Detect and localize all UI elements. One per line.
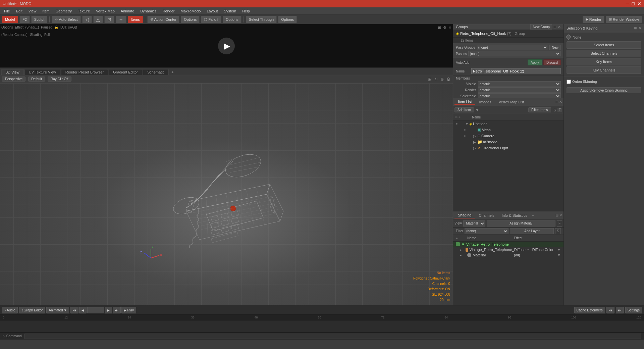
audio-btn[interactable]: ♪ Audio xyxy=(2,307,18,313)
groups-expand-icon[interactable]: ⊞ xyxy=(553,25,556,29)
key-items-btn[interactable]: Key Items xyxy=(567,58,641,65)
list-item[interactable]: ● ▣ Mesh xyxy=(453,127,564,133)
key-channels-btn[interactable]: Key Channels xyxy=(567,66,641,74)
item-list-close-icon[interactable]: ✕ xyxy=(559,100,562,104)
timeline-content[interactable] xyxy=(0,320,644,332)
texture-effect-arrow[interactable]: ▼ xyxy=(557,248,561,252)
options-btn-2[interactable]: Options xyxy=(223,16,241,23)
minimize-btn[interactable]: ─ xyxy=(626,1,629,6)
list-item[interactable]: ● ▷ ⊙ Camera xyxy=(453,133,564,139)
menu-geometry[interactable]: Geometry xyxy=(53,8,74,14)
tab-render-preset[interactable]: Render Preset Browser xyxy=(61,69,108,75)
viewport-expand-icon[interactable]: ⊞ xyxy=(428,77,432,82)
shading-tab-add[interactable]: + xyxy=(532,213,534,217)
expand-scene-icon[interactable] xyxy=(465,122,469,126)
close-preview-icon[interactable]: ✕ xyxy=(448,26,451,30)
close-btn[interactable]: ✕ xyxy=(637,1,641,6)
render-select[interactable]: default xyxy=(478,87,561,93)
auto-select-btn[interactable]: ⊹ Auto Select xyxy=(52,16,80,23)
render-window-btn[interactable]: ⊞ Render Window xyxy=(606,16,642,23)
shader-group-expand[interactable]: ▼ xyxy=(461,242,465,246)
3d-viewport[interactable]: X Y Z No Items Polygons : Catmull-Clark … xyxy=(0,83,453,305)
menu-render[interactable]: Render xyxy=(160,8,177,14)
new-group-btn[interactable]: New Group xyxy=(530,24,552,30)
tab-schematic[interactable]: Schematic xyxy=(143,69,169,75)
timeline-ruler[interactable]: 0 12 24 36 48 60 72 84 96 108 120 xyxy=(0,314,644,320)
list-item[interactable]: ▷ ☀ Directional Light xyxy=(453,145,564,151)
transport-start-btn[interactable]: ⏮ xyxy=(70,307,78,313)
falloff-btn[interactable]: ◎ Falloff xyxy=(201,16,221,23)
tab-images[interactable]: Images xyxy=(476,99,495,105)
menu-maxtomodo[interactable]: MaxToModo xyxy=(178,8,204,14)
mode-model-btn[interactable]: Model xyxy=(2,16,18,23)
tab-uv-texture[interactable]: UV Texture View xyxy=(24,69,60,75)
onion-skinning-checkbox[interactable] xyxy=(567,80,571,84)
eye-icon[interactable]: ● xyxy=(463,128,467,132)
menu-system[interactable]: System xyxy=(221,8,239,14)
prop-close-icon[interactable]: ✕ xyxy=(638,26,641,30)
item-list-expand-icon[interactable]: ⊞ xyxy=(555,100,558,104)
transport-end-btn[interactable]: ⏭ xyxy=(113,307,121,313)
render-btn[interactable]: ▶ Render xyxy=(583,16,604,23)
menu-edit[interactable]: Edit xyxy=(13,8,25,14)
mode-f2-btn[interactable]: F2 xyxy=(19,16,30,23)
visible-select[interactable]: default xyxy=(478,81,561,87)
select-items-btn[interactable]: Select Items xyxy=(567,41,641,49)
action-center-btn[interactable]: ⊕ Action Center xyxy=(147,16,180,23)
menu-dynamics[interactable]: Dynamics xyxy=(138,8,159,14)
add-tab-btn[interactable]: + xyxy=(169,69,175,75)
mode-sculpt-btn[interactable]: Sculpt xyxy=(31,16,48,23)
preview-play-btn[interactable]: ▶ xyxy=(218,38,235,54)
view-select[interactable]: Material xyxy=(463,220,485,227)
group-name-input[interactable] xyxy=(471,68,561,74)
list-item[interactable]: 📁 m2modo xyxy=(453,139,564,145)
nav-btn-2[interactable]: △ xyxy=(93,16,103,23)
settings-btn[interactable]: Settings xyxy=(625,307,642,313)
shading-close-icon[interactable]: ✕ xyxy=(559,213,562,217)
add-item-btn[interactable]: Add Item xyxy=(454,107,474,112)
assign-material-btn[interactable]: Assign Material xyxy=(487,220,555,227)
tab-channels[interactable]: Channels xyxy=(475,213,497,218)
options-btn-3[interactable]: Options xyxy=(278,16,297,23)
pass-groups-new-btn[interactable]: New xyxy=(549,45,561,50)
options-label[interactable]: Options xyxy=(1,26,13,29)
assign-remove-onion-btn[interactable]: Assign/Remove Onion Skinning xyxy=(567,87,641,93)
nav-btn-1[interactable]: ◁ xyxy=(82,16,92,23)
eye-icon[interactable]: ● xyxy=(454,121,459,126)
frame-input[interactable]: 0 xyxy=(87,307,104,313)
expand-preview-icon[interactable]: ⊞ xyxy=(438,26,441,30)
shader-group-row[interactable]: ▼ Vintage_Retro_Telephone xyxy=(453,242,564,247)
view-raygl-btn[interactable]: Ray GL: Off xyxy=(48,77,71,82)
material-effect-arrow[interactable]: ▼ xyxy=(557,253,561,257)
filter-items-btn[interactable]: Filter Items xyxy=(528,107,551,112)
menu-view[interactable]: View xyxy=(26,8,39,14)
apply-btn[interactable]: Apply xyxy=(528,59,542,65)
shader-texture-row[interactable]: ● Vintage_Retro_Telephone_Diffuse ✦ Diff… xyxy=(453,247,564,252)
add-item-dropdown-icon[interactable]: ▼ xyxy=(475,108,479,112)
tab-3d-view[interactable]: 3D View xyxy=(1,69,24,75)
prop-expand-icon[interactable]: ⊞ xyxy=(634,26,637,30)
window-controls[interactable]: ─ □ ✕ xyxy=(626,1,641,6)
tab-gradient-editor[interactable]: Gradient Editor xyxy=(109,69,142,75)
group-row[interactable]: ◈ Retro_Telephone_Off_Hook (?) - Group xyxy=(453,30,564,38)
view-perspective-btn[interactable]: Perspective xyxy=(2,77,25,82)
expand-m2modo-icon[interactable] xyxy=(473,140,477,144)
passes-select[interactable]: (none) xyxy=(468,51,561,56)
timeline-icons-2[interactable]: ⏭ xyxy=(616,307,624,313)
shading-expand-icon[interactable]: ⊞ xyxy=(555,213,558,217)
settings-preview-icon[interactable]: ⚙ xyxy=(443,26,446,30)
animated-btn[interactable]: Animated ▼ xyxy=(46,307,69,313)
expand-camera-icon[interactable]: ▷ xyxy=(473,134,477,138)
viewport-rotate-icon[interactable]: ↻ xyxy=(434,77,438,82)
filter-select[interactable]: (none) xyxy=(465,228,508,234)
shader-material-row[interactable]: ● Material (all) ▼ xyxy=(453,252,564,258)
options-btn-1[interactable]: Options xyxy=(181,16,200,23)
play-btn[interactable]: ▶ Play xyxy=(121,307,136,313)
viewport-settings-icon[interactable]: ⚙ xyxy=(446,77,451,82)
expand-light-icon[interactable]: ▷ xyxy=(473,146,477,150)
pass-groups-select[interactable]: (none) xyxy=(477,45,548,50)
menu-texture[interactable]: Texture xyxy=(75,8,93,14)
item-list-F-icon[interactable]: F xyxy=(557,108,562,112)
view-default-btn[interactable]: Default xyxy=(28,77,45,82)
menu-animate[interactable]: Animate xyxy=(118,8,137,14)
